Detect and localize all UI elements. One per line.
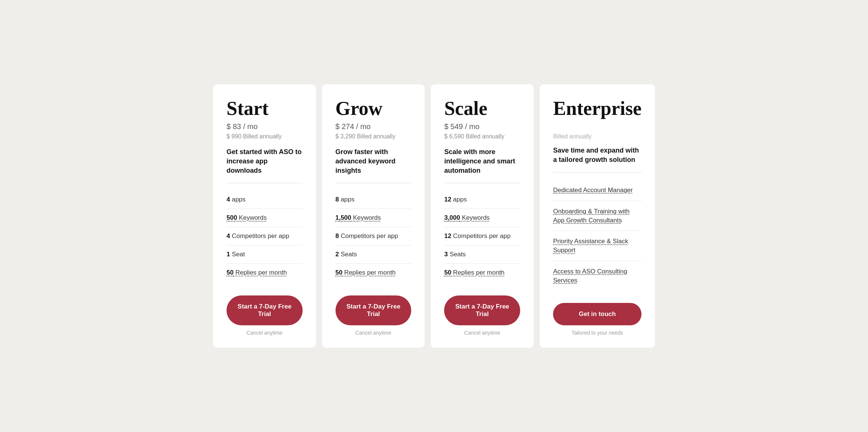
feature-number-competitors-scale: 12	[444, 232, 451, 240]
pricing-grid: Start $ 83 / mo $ 990 Billed annually Ge…	[210, 81, 658, 350]
plan-description-scale: Scale with more intelligence and smart a…	[444, 147, 520, 184]
plan-name-grow: Grow	[335, 98, 412, 119]
feature-replies-grow: 50 Replies per month	[335, 264, 412, 282]
cta-subtext-grow: Cancel anytime	[335, 330, 412, 336]
feature-label-apps-grow: apps	[339, 196, 355, 203]
enterprise-feature-text-support: Priority Assistance & Slack Support	[553, 238, 628, 254]
feature-number-replies-scale: 50	[444, 269, 451, 276]
feature-replies-scale: 50 Replies per month	[444, 264, 520, 282]
enterprise-feature-support: Priority Assistance & Slack Support	[553, 231, 641, 261]
cta-subtext-scale: Cancel anytime	[444, 330, 520, 336]
feature-number-keywords-start: 500	[227, 214, 237, 221]
cta-subtext-start: Cancel anytime	[227, 330, 303, 336]
plan-price-start: $ 83 / mo	[227, 122, 303, 131]
feature-number-apps-grow: 8	[335, 196, 339, 203]
enterprise-feature-account-manager: Dedicated Account Manager	[553, 180, 641, 201]
plan-card-start: Start $ 83 / mo $ 990 Billed annually Ge…	[213, 84, 316, 347]
feature-competitors-grow: 8 Competitors per app	[335, 227, 412, 245]
feature-keywords-grow: 1,500 Keywords	[335, 209, 412, 227]
enterprise-feature-onboarding: Onboarding & Training with App Growth Co…	[553, 201, 641, 231]
plan-price-scale: $ 549 / mo	[444, 122, 520, 131]
enterprise-feature-aso: Access to ASO Consulting Services	[553, 261, 641, 291]
feature-number-seats-scale: 3	[444, 251, 447, 258]
feature-label-keywords-scale: Keywords	[460, 214, 490, 221]
feature-apps-scale: 12 apps	[444, 191, 520, 209]
feature-label-competitors-grow: Competitors per app	[339, 232, 398, 240]
feature-seats-scale: 3 Seats	[444, 245, 520, 264]
feature-number-replies-grow: 50	[335, 269, 343, 276]
feature-number-replies-start: 50	[227, 269, 234, 276]
feature-seats-grow: 2 Seats	[335, 245, 412, 264]
feature-label-seats-start: Seat	[230, 251, 245, 258]
feature-keywords-scale: 3,000 Keywords	[444, 209, 520, 227]
plan-description-start: Get started with ASO to increase app dow…	[227, 147, 303, 184]
plan-features-start: 4 apps 500 Keywords 4 Competitors per ap…	[227, 191, 303, 283]
cta-button-start[interactable]: Start a 7-Day Free Trial	[227, 295, 303, 325]
plan-billed-start: $ 990 Billed annually	[227, 133, 303, 140]
feature-number-keywords-grow: 1,500	[335, 214, 352, 221]
feature-apps-start: 4 apps	[227, 191, 303, 209]
feature-number-competitors-grow: 8	[335, 232, 339, 240]
plan-billed-grow: $ 3,290 Billed annually	[335, 133, 412, 140]
plan-billed-scale: $ 6,590 Billed annually	[444, 133, 520, 140]
feature-number-keywords-scale: 3,000	[444, 214, 460, 221]
plan-billed-enterprise: Billed annually	[553, 133, 641, 140]
feature-number-seats-grow: 2	[335, 251, 339, 258]
cta-button-enterprise[interactable]: Get in touch	[553, 303, 641, 325]
plan-cta-grow: Start a 7-Day Free Trial Cancel anytime	[335, 295, 412, 336]
feature-label-seats-scale: Seats	[448, 251, 466, 258]
feature-competitors-start: 4 Competitors per app	[227, 227, 303, 245]
plan-features-grow: 8 apps 1,500 Keywords 8 Competitors per …	[335, 191, 412, 283]
plan-cta-start: Start a 7-Day Free Trial Cancel anytime	[227, 295, 303, 336]
plan-description-grow: Grow faster with advanced keyword insigh…	[335, 147, 412, 184]
plan-card-scale: Scale $ 549 / mo $ 6,590 Billed annually…	[431, 84, 534, 347]
feature-label-keywords-start: Keywords	[237, 214, 266, 221]
feature-replies-start: 50 Replies per month	[227, 264, 303, 282]
feature-label-keywords-grow: Keywords	[351, 214, 381, 221]
enterprise-feature-text-account-manager: Dedicated Account Manager	[553, 187, 633, 194]
plan-price-grow: $ 274 / mo	[335, 122, 412, 131]
plan-cta-enterprise: Get in touch Tailored to your needs	[553, 303, 641, 336]
plan-name-enterprise: Enterprise	[553, 98, 641, 119]
feature-label-seats-grow: Seats	[339, 251, 357, 258]
cta-subtext-enterprise: Tailored to your needs	[553, 330, 641, 336]
plan-features-scale: 12 apps 3,000 Keywords 12 Competitors pe…	[444, 191, 520, 283]
feature-label-apps-scale: apps	[451, 196, 467, 203]
enterprise-feature-text-onboarding: Onboarding & Training with App Growth Co…	[553, 208, 630, 224]
cta-button-grow[interactable]: Start a 7-Day Free Trial	[335, 295, 412, 325]
feature-label-replies-grow: Replies per month	[343, 269, 396, 276]
plan-features-enterprise: Dedicated Account Manager Onboarding & T…	[553, 180, 641, 291]
feature-apps-grow: 8 apps	[335, 191, 412, 209]
feature-label-apps-start: apps	[230, 196, 246, 203]
enterprise-feature-text-aso: Access to ASO Consulting Services	[553, 268, 627, 284]
feature-label-replies-scale: Replies per month	[451, 269, 505, 276]
plan-name-start: Start	[227, 98, 303, 119]
plan-card-grow: Grow $ 274 / mo $ 3,290 Billed annually …	[322, 84, 425, 347]
plan-cta-scale: Start a 7-Day Free Trial Cancel anytime	[444, 295, 520, 336]
plan-name-scale: Scale	[444, 98, 520, 119]
feature-keywords-start: 500 Keywords	[227, 209, 303, 227]
feature-competitors-scale: 12 Competitors per app	[444, 227, 520, 245]
feature-number-apps-scale: 12	[444, 196, 451, 203]
feature-label-replies-start: Replies per month	[234, 269, 287, 276]
feature-seats-start: 1 Seat	[227, 245, 303, 264]
feature-label-competitors-start: Competitors per app	[230, 232, 289, 240]
plan-card-enterprise: Enterprise Billed annually Save time and…	[540, 84, 655, 347]
feature-label-competitors-scale: Competitors per app	[451, 232, 511, 240]
plan-description-enterprise: Save time and expand with a tailored gro…	[553, 146, 641, 172]
cta-button-scale[interactable]: Start a 7-Day Free Trial	[444, 295, 520, 325]
